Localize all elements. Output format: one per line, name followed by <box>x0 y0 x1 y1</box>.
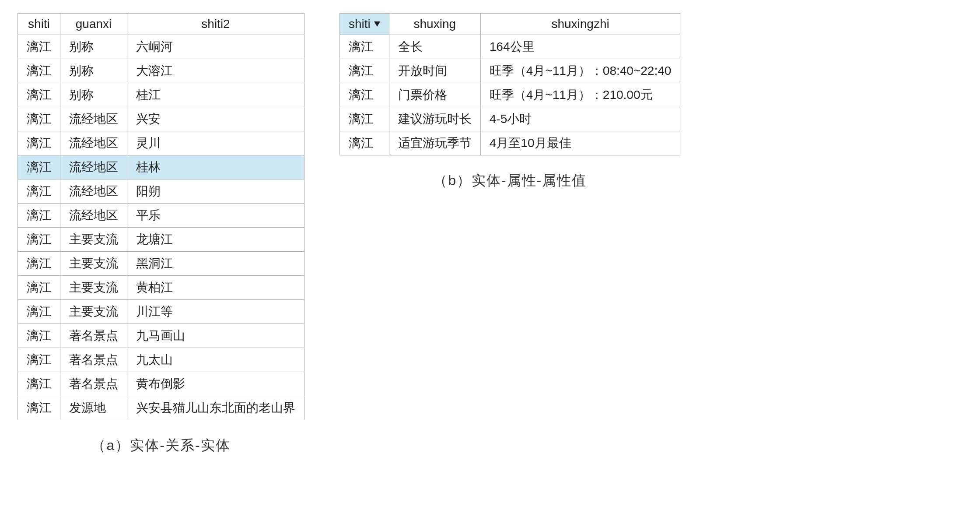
table-cell: 漓江 <box>340 59 389 83</box>
col-header-shuxing: shuxing <box>389 14 480 35</box>
table-cell: 桂林 <box>127 155 304 179</box>
table-cell: 别称 <box>60 83 127 107</box>
table-cell: 别称 <box>60 59 127 83</box>
table-cell: 兴安县猫儿山东北面的老山界 <box>127 396 304 420</box>
caption-b: （b）实体-属性-属性值 <box>433 171 587 190</box>
section-a: shiti guanxi shiti2 漓江别称六峒河漓江别称大溶江漓江别称桂江… <box>18 13 304 455</box>
table-cell: 别称 <box>60 35 127 59</box>
table-cell: 漓江 <box>18 107 60 131</box>
table-row: 漓江流经地区阳朔 <box>18 179 304 204</box>
table-row: 漓江著名景点九太山 <box>18 348 304 372</box>
table-cell: 兴安 <box>127 107 304 131</box>
page-container: shiti guanxi shiti2 漓江别称六峒河漓江别称大溶江漓江别称桂江… <box>18 13 962 455</box>
table-row: 漓江别称六峒河 <box>18 35 304 59</box>
table-cell: 164公里 <box>480 35 680 59</box>
table-cell: 旺季（4月~11月）：08:40~22:40 <box>480 59 680 83</box>
table-row: 漓江门票价格旺季（4月~11月）：210.00元 <box>340 83 680 107</box>
table-cell: 主要支流 <box>60 276 127 300</box>
table-row: 漓江流经地区平乐 <box>18 204 304 228</box>
col-header-shiti-b[interactable]: shiti <box>340 14 389 35</box>
table-cell: 漓江 <box>18 372 60 396</box>
col-header-shiti2: shiti2 <box>127 14 304 35</box>
table-cell: 主要支流 <box>60 228 127 252</box>
table-cell: 门票价格 <box>389 83 480 107</box>
table-cell: 九马画山 <box>127 324 304 348</box>
table-cell: 开放时间 <box>389 59 480 83</box>
table-cell: 漓江 <box>18 276 60 300</box>
col-header-guanxi: guanxi <box>60 14 127 35</box>
table-row: 漓江流经地区兴安 <box>18 107 304 131</box>
table-cell: 漓江 <box>340 131 389 155</box>
table-cell: 川江等 <box>127 300 304 324</box>
table-row: 漓江适宜游玩季节4月至10月最佳 <box>340 131 680 155</box>
table-row: 漓江主要支流龙塘江 <box>18 228 304 252</box>
table-a: shiti guanxi shiti2 漓江别称六峒河漓江别称大溶江漓江别称桂江… <box>18 13 304 420</box>
table-cell: 漓江 <box>18 348 60 372</box>
table-row: 漓江流经地区灵川 <box>18 131 304 155</box>
table-cell: 漓江 <box>18 59 60 83</box>
table-cell: 漓江 <box>18 35 60 59</box>
table-cell: 著名景点 <box>60 372 127 396</box>
table-cell: 4-5小时 <box>480 107 680 131</box>
table-cell: 漓江 <box>18 252 60 276</box>
table-cell: 漓江 <box>340 83 389 107</box>
table-cell: 全长 <box>389 35 480 59</box>
sort-arrow-icon[interactable] <box>374 21 380 27</box>
table-cell: 著名景点 <box>60 324 127 348</box>
table-cell: 流经地区 <box>60 107 127 131</box>
table-cell: 九太山 <box>127 348 304 372</box>
table-cell: 旺季（4月~11月）：210.00元 <box>480 83 680 107</box>
table-row: 漓江别称大溶江 <box>18 59 304 83</box>
table-cell: 漓江 <box>18 155 60 179</box>
table-row: 漓江流经地区桂林 <box>18 155 304 179</box>
table-cell: 适宜游玩季节 <box>389 131 480 155</box>
table-cell: 大溶江 <box>127 59 304 83</box>
table-cell: 流经地区 <box>60 179 127 204</box>
table-row: 漓江开放时间旺季（4月~11月）：08:40~22:40 <box>340 59 680 83</box>
table-row: 漓江著名景点九马画山 <box>18 324 304 348</box>
table-cell: 阳朔 <box>127 179 304 204</box>
table-row: 漓江主要支流黄柏江 <box>18 276 304 300</box>
table-cell: 流经地区 <box>60 204 127 228</box>
col-header-shiti-a: shiti <box>18 14 60 35</box>
table-cell: 黄柏江 <box>127 276 304 300</box>
table-cell: 建议游玩时长 <box>389 107 480 131</box>
table-row: 漓江发源地兴安县猫儿山东北面的老山界 <box>18 396 304 420</box>
table-cell: 流经地区 <box>60 131 127 155</box>
table-cell: 漓江 <box>18 83 60 107</box>
table-cell: 漓江 <box>18 131 60 155</box>
caption-a: （a）实体-关系-实体 <box>91 436 230 455</box>
table-cell: 4月至10月最佳 <box>480 131 680 155</box>
table-cell: 龙塘江 <box>127 228 304 252</box>
table-cell: 漓江 <box>18 228 60 252</box>
table-b: shiti shuxing shuxingzhi 漓江全长164公里漓江开放时间… <box>340 13 680 155</box>
table-cell: 平乐 <box>127 204 304 228</box>
table-cell: 流经地区 <box>60 155 127 179</box>
table-cell: 漓江 <box>18 204 60 228</box>
table-cell: 漓江 <box>18 300 60 324</box>
table-cell: 灵川 <box>127 131 304 155</box>
table-cell: 主要支流 <box>60 300 127 324</box>
table-cell: 漓江 <box>18 396 60 420</box>
table-cell: 主要支流 <box>60 252 127 276</box>
section-b: shiti shuxing shuxingzhi 漓江全长164公里漓江开放时间… <box>340 13 680 190</box>
table-cell: 著名景点 <box>60 348 127 372</box>
col-header-shuxingzhi: shuxingzhi <box>480 14 680 35</box>
table-row: 漓江主要支流黑洞江 <box>18 252 304 276</box>
table-row: 漓江著名景点黄布倒影 <box>18 372 304 396</box>
table-cell: 黄布倒影 <box>127 372 304 396</box>
table-cell: 漓江 <box>340 107 389 131</box>
table-cell: 黑洞江 <box>127 252 304 276</box>
table-cell: 漓江 <box>18 179 60 204</box>
table-cell: 发源地 <box>60 396 127 420</box>
table-cell: 六峒河 <box>127 35 304 59</box>
table-row: 漓江建议游玩时长4-5小时 <box>340 107 680 131</box>
table-row: 漓江主要支流川江等 <box>18 300 304 324</box>
table-cell: 桂江 <box>127 83 304 107</box>
table-row: 漓江全长164公里 <box>340 35 680 59</box>
table-row: 漓江别称桂江 <box>18 83 304 107</box>
table-cell: 漓江 <box>340 35 389 59</box>
table-cell: 漓江 <box>18 324 60 348</box>
